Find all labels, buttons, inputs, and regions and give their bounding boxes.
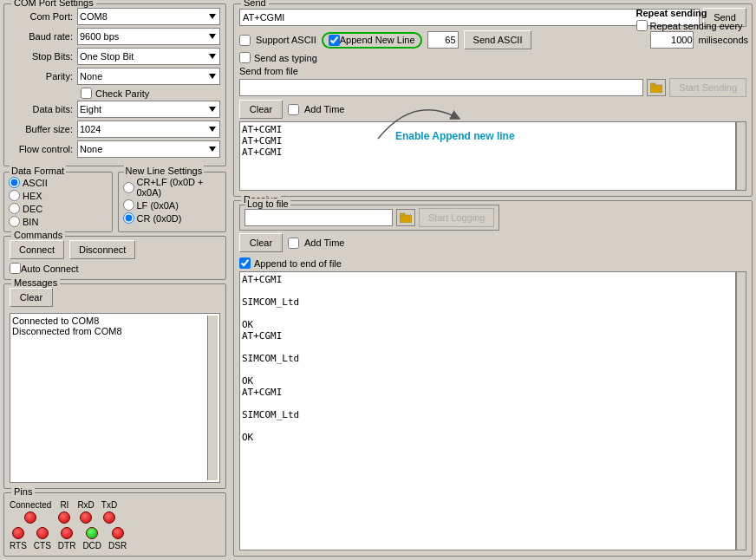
repeat-title: Repeat sending bbox=[636, 8, 707, 18]
commands-title: Commands bbox=[11, 230, 65, 240]
pin-connected: Connected bbox=[10, 500, 51, 524]
lf-radio[interactable] bbox=[123, 199, 134, 211]
pin-dtr: DTR bbox=[58, 527, 76, 550]
send-as-typing-checkbox[interactable] bbox=[239, 52, 251, 63]
auto-connect-label: Auto Connect bbox=[21, 264, 79, 274]
pin-dsr-led bbox=[112, 527, 124, 539]
messages-title: Messages bbox=[11, 277, 60, 288]
messages-group: Messages Clear Connected to COM8 Disconn… bbox=[3, 283, 226, 489]
messages-clear-button[interactable]: Clear bbox=[10, 288, 53, 307]
stop-bits-row: Stop Bits: One Stop Bit bbox=[10, 48, 220, 65]
send-ascii-button[interactable]: Send ASCII bbox=[464, 30, 532, 49]
buffer-size-row: Buffer size: 1024 bbox=[10, 120, 220, 138]
flow-control-select[interactable]: None bbox=[77, 140, 220, 158]
pin-dcd: DCD bbox=[82, 527, 101, 550]
append-new-line-oval: Append New Line bbox=[322, 32, 422, 49]
left-panel: COM Port Settings Com Port: COM8 Baud ra… bbox=[0, 0, 230, 560]
main-layout: COM Port Settings Com Port: COM8 Baud ra… bbox=[0, 0, 756, 560]
auto-connect-checkbox[interactable] bbox=[10, 263, 21, 274]
ascii-radio[interactable] bbox=[9, 177, 20, 188]
svg-rect-0 bbox=[650, 85, 662, 93]
receive-add-time-checkbox[interactable] bbox=[288, 238, 299, 249]
buffer-size-select[interactable]: 1024 bbox=[77, 120, 220, 138]
send-command-input[interactable] bbox=[239, 9, 700, 26]
parity-select[interactable]: None bbox=[77, 68, 220, 85]
pin-dtr-led bbox=[61, 527, 73, 539]
cr-radio-row: CR (0x0D) bbox=[123, 212, 222, 224]
repeat-checkbox[interactable] bbox=[636, 20, 648, 31]
send-as-typing-label: Send as typing bbox=[254, 53, 317, 63]
append-to-end-row: Append to end of file bbox=[239, 257, 499, 269]
receive-controls: Log to file Start Logging bbox=[239, 205, 499, 269]
pin-rts: RTS bbox=[10, 527, 27, 550]
log-folder-icon bbox=[400, 212, 412, 223]
buffer-size-label: Buffer size: bbox=[10, 124, 77, 134]
stop-bits-select[interactable]: One Stop Bit bbox=[77, 48, 220, 65]
receive-textarea[interactable]: AT+CGMI SIMCOM_Ltd OK AT+CGMI SIMCOM_Ltd… bbox=[239, 271, 736, 550]
pin-rts-led bbox=[12, 527, 24, 539]
ascii-num-input[interactable] bbox=[427, 31, 459, 49]
new-line-settings-group: New Line Settings CR+LF (0x0D + 0x0A) LF… bbox=[118, 172, 227, 232]
send-scrollbar[interactable] bbox=[736, 121, 746, 191]
hex-radio[interactable] bbox=[9, 190, 20, 201]
messages-scrollbar[interactable] bbox=[207, 316, 218, 480]
cr-radio[interactable] bbox=[123, 212, 134, 224]
log-file-input[interactable] bbox=[244, 209, 393, 226]
start-logging-button[interactable]: Start Logging bbox=[419, 208, 494, 227]
data-bits-label: Data bits: bbox=[10, 104, 77, 114]
receive-clear-button[interactable]: Clear bbox=[239, 233, 283, 252]
pin-txd-led bbox=[103, 511, 115, 524]
append-to-end-checkbox[interactable] bbox=[239, 257, 251, 269]
repeat-ms-row: miliseconds bbox=[650, 31, 748, 49]
append-to-end-label: Append to end of file bbox=[254, 258, 342, 269]
com-port-select[interactable]: COM8 bbox=[77, 8, 220, 25]
connect-button[interactable]: Connect bbox=[10, 240, 64, 259]
send-add-time-checkbox[interactable] bbox=[288, 104, 299, 115]
crlf-label: CR+LF (0x0D + 0x0A) bbox=[137, 177, 222, 198]
log-file-browse-button[interactable] bbox=[396, 209, 415, 226]
send-from-file-row: Start Sending bbox=[239, 78, 746, 97]
send-from-file-label: Send from file bbox=[239, 66, 746, 76]
send-history-area: AT+CGMI AT+CGMI AT+CGMI Enable Append ne… bbox=[239, 121, 746, 191]
baud-rate-select[interactable]: 9600 bps bbox=[77, 28, 220, 45]
repeat-ms-input[interactable] bbox=[650, 31, 694, 49]
pin-txd: TxD bbox=[101, 500, 117, 524]
flow-control-row: Flow control: None bbox=[10, 140, 220, 158]
file-browse-button[interactable] bbox=[647, 79, 666, 96]
send-clear-row: Clear Add Time bbox=[239, 100, 746, 119]
hex-radio-row: HEX bbox=[9, 190, 108, 201]
check-parity-checkbox[interactable] bbox=[81, 88, 92, 99]
dec-radio[interactable] bbox=[9, 203, 20, 214]
data-bits-select[interactable]: Eight bbox=[77, 101, 220, 118]
baud-rate-label: Baud rate: bbox=[10, 31, 77, 42]
support-ascii-checkbox[interactable] bbox=[239, 35, 251, 46]
send-clear-button[interactable]: Clear bbox=[239, 100, 283, 119]
commands-group: Commands Connect Disconnect Auto Connect bbox=[3, 236, 226, 280]
start-sending-button[interactable]: Start Sending bbox=[669, 78, 746, 97]
disconnect-button[interactable]: Disconnect bbox=[69, 240, 135, 259]
pin-connected-led bbox=[24, 511, 36, 524]
send-group: Send Repeat sending Repeat sending every… bbox=[233, 3, 753, 197]
folder-icon bbox=[650, 82, 662, 93]
receive-header: Log to file Start Logging bbox=[239, 205, 746, 269]
receive-scrollbar[interactable] bbox=[736, 271, 746, 550]
pins-row-1: Connected RI RxD TxD bbox=[10, 500, 220, 524]
send-title: Send bbox=[241, 0, 269, 8]
repeat-checkbox-label: Repeat sending every bbox=[650, 21, 743, 31]
crlf-radio[interactable] bbox=[123, 182, 134, 193]
file-path-input[interactable] bbox=[239, 79, 643, 96]
pins-group: Pins Connected RI RxD TxD bbox=[3, 492, 226, 557]
receive-content: AT+CGMI SIMCOM_Ltd OK AT+CGMI SIMCOM_Ltd… bbox=[239, 271, 746, 550]
pin-rts-label: RTS bbox=[10, 541, 27, 550]
cr-label: CR (0x0D) bbox=[137, 213, 182, 224]
receive-add-time-label: Add Time bbox=[304, 238, 344, 248]
ascii-radio-row: ASCII bbox=[9, 177, 108, 188]
com-port-label: Com Port: bbox=[10, 11, 77, 22]
pin-ri-label: RI bbox=[60, 500, 68, 510]
pin-rxd: RxD bbox=[77, 500, 94, 524]
lf-label: LF (0x0A) bbox=[137, 200, 179, 211]
com-port-settings-group: COM Port Settings Com Port: COM8 Baud ra… bbox=[3, 3, 226, 166]
messages-area: Connected to COM8 Disconnected from COM8 bbox=[10, 313, 220, 483]
bin-radio[interactable] bbox=[9, 216, 20, 227]
append-new-line-checkbox[interactable] bbox=[329, 35, 340, 46]
